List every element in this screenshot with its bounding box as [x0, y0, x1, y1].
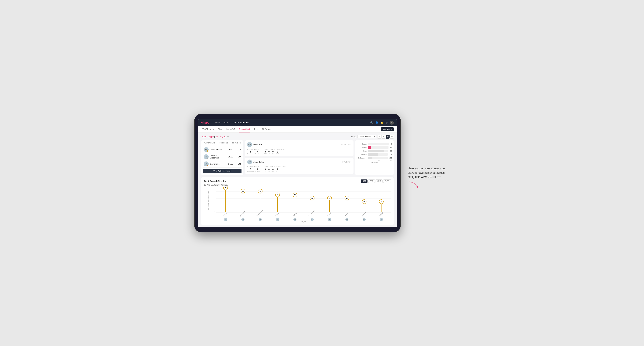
card-avatar: JC — [247, 160, 252, 165]
avatar-icon[interactable]: U — [390, 121, 394, 125]
filter-app-button[interactable]: APP — [368, 179, 375, 183]
person-icon[interactable]: 👤 — [376, 121, 378, 124]
bar-container — [368, 157, 388, 159]
nav-teams[interactable]: Teams — [224, 121, 230, 125]
tab-tour[interactable]: Tour — [254, 126, 258, 133]
putt-stat: 0 PUTT — [276, 151, 279, 155]
bar-row-dbogeys: D. Bogeys + 131 — [357, 157, 392, 159]
tab-pgat-players[interactable]: PGAT Players — [201, 126, 214, 133]
streak-player-name: C. Quick — [379, 212, 384, 217]
player-avg: 110 — [236, 149, 241, 151]
player-avg: 107 — [236, 156, 241, 158]
edit-icon[interactable]: ✏ — [227, 135, 229, 138]
streak-player-avatar: DB — [259, 218, 262, 221]
list-view-icon[interactable]: ≡ — [382, 135, 385, 139]
tablet-frame: clippd Home Teams My Performance 🔍 👤 🔔 ⚙… — [194, 114, 401, 232]
tournament-stat: 7 Tournament — [247, 168, 254, 172]
bar-value: 311 — [390, 154, 392, 155]
tab-hcaps[interactable]: Hcaps 1-5 — [226, 126, 235, 133]
view-leaderboard-button[interactable]: View Full Leaderboard — [203, 169, 242, 173]
nav-home[interactable]: Home — [215, 121, 220, 125]
streaks-section: Best Round Streaks ← OTT APP ARG PUTT Of… — [201, 177, 394, 225]
streak-player-avatar: EE — [224, 218, 227, 221]
streak-player-name: R. Butler — [362, 212, 366, 216]
nav-icons: 🔍 👤 🔔 ⚙ U — [370, 121, 394, 125]
streak-player-avatar: CQ — [380, 218, 383, 221]
filter-ott-button[interactable]: OTT — [361, 179, 368, 183]
streak-filter-buttons: OTT APP ARG PUTT — [361, 179, 391, 183]
card-stats: Total Rounds 8 Tournament 4 Pr — [247, 148, 352, 155]
rounds-group: Total Rounds 8 Tournament 4 Pr — [247, 148, 260, 155]
tab-all-players[interactable]: All Players — [262, 126, 272, 133]
nav-bar: clippd Home Teams My Performance 🔍 👤 🔔 ⚙… — [198, 119, 397, 126]
streak-bar-line — [260, 191, 260, 212]
search-icon[interactable]: 🔍 — [370, 121, 373, 124]
rounds-label: Total Rounds — [247, 166, 260, 168]
filter-arg-button[interactable]: ARG — [376, 179, 382, 183]
sub-nav: PGAT Players PGA Hcaps 1-5 Team Clippd T… — [198, 126, 397, 133]
avatar: CA 3 — [204, 162, 208, 166]
bar-label: Eagles — [357, 143, 366, 145]
bar-label: Bogeys — [357, 154, 366, 155]
streaks-title: Best Round Streaks ← — [204, 179, 230, 183]
bar-value: 96 — [390, 147, 392, 148]
card-view-icon[interactable]: ▦ — [386, 135, 390, 139]
bell-icon[interactable]: 🔔 — [380, 121, 384, 124]
bar-fill — [368, 146, 371, 149]
streak-player-avatar: MM — [345, 218, 348, 221]
add-team-button[interactable]: Add Team — [381, 127, 394, 131]
card-date: 26 Aug 2023 — [342, 161, 352, 163]
table-view-icon[interactable]: ⊟ — [390, 135, 394, 139]
practice-stat: 4 Practice — [255, 151, 260, 155]
table-row: CA 3 Cameron... 17/20 103 — [203, 161, 242, 168]
player-score: 19/20 — [227, 149, 234, 151]
team-header: Team Clippd | 14 Players ✏ Show Last 3 m… — [201, 135, 394, 139]
grid-line — [216, 209, 391, 209]
tab-team-clippd[interactable]: Team Clippd — [239, 126, 250, 133]
table-header: PLAYER NAME PB SCORE PB AVG SQ — [203, 142, 242, 145]
streak-bar-line — [312, 198, 312, 212]
streak-bubble: 4x — [310, 196, 314, 200]
tablet-screen: clippd Home Teams My Performance 🔍 👤 🔔 ⚙… — [198, 119, 397, 227]
arg-stat: 0 ARG — [272, 151, 274, 155]
chart-axis: 0 200 400 — [357, 159, 392, 162]
streak-bubble: 6x — [240, 189, 245, 193]
team-title: Team Clippd | 14 Players — [201, 135, 226, 138]
streak-player-name: E. Crossman — [308, 210, 315, 217]
nav-links: Home Teams My Performance — [215, 121, 370, 125]
col-pb-score: PB SCORE — [220, 142, 228, 144]
filter-putt-button[interactable]: PUTT — [383, 179, 391, 183]
card-player-name: Josh Coles — [254, 161, 340, 163]
bar-chart-panel: Eagles 3 Birdies — [355, 140, 394, 175]
streak-player-avatar: RB — [293, 218, 296, 221]
card-header: RB Rees Britt 02 Sep 2023 — [247, 142, 352, 147]
bar-row-eagles: Eagles 3 — [357, 143, 392, 145]
streak-player-name: D. Billingham — [256, 210, 263, 217]
streak-player-name: R. Britt — [293, 212, 297, 217]
grid-line — [216, 188, 391, 188]
streak-player-name: M. Miller — [344, 212, 349, 217]
streak-player-avatar: JC — [276, 218, 279, 221]
streak-bar-line — [295, 195, 295, 212]
player-card: JC Josh Coles 26 Aug 2023 Total Rounds 7 — [245, 158, 354, 174]
streak-bubble: 4x — [344, 196, 349, 200]
bar-label: Pars — [357, 150, 366, 152]
streak-bubble: 7x — [223, 185, 228, 190]
streak-bubble: 3x — [379, 199, 384, 204]
grid-view-icon[interactable]: ⊞ — [377, 135, 381, 139]
app-logo: clippd — [201, 121, 210, 124]
grid-line — [216, 198, 391, 198]
settings-icon[interactable]: ⚙ — [386, 121, 388, 124]
tab-pga[interactable]: PGA — [218, 126, 222, 133]
bar-value: 131 — [390, 157, 392, 159]
show-controls: Show Last 3 months Last 6 months Last 12… — [351, 135, 394, 139]
y-axis-label: Best Streak, Fairway Accuracy — [208, 201, 209, 210]
card-header: JC Josh Coles 26 Aug 2023 — [247, 160, 352, 165]
table-row: EC 2 Edward Crossman 18/20 107 — [203, 153, 242, 161]
player-card: RB Rees Britt 02 Sep 2023 Total Rounds 8 — [245, 140, 354, 156]
period-select[interactable]: Last 3 months Last 6 months Last 12 mont… — [357, 135, 376, 138]
x-axis-label: Players — [216, 221, 391, 223]
sub-nav-links: PGAT Players PGA Hcaps 1-5 Team Clippd T… — [201, 126, 272, 133]
streak-player-name: E. Ebert — [223, 212, 228, 217]
nav-my-performance[interactable]: My Performance — [234, 121, 249, 125]
